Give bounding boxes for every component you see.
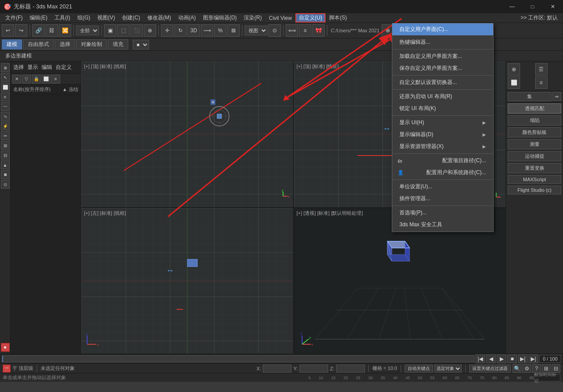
align-btn[interactable]: ⊠	[227, 24, 240, 37]
mirror-btn[interactable]: ⟺	[286, 24, 298, 37]
menu-item-plugin-manager[interactable]: 插件管理器...	[392, 193, 493, 205]
viewport-left[interactable]: [+] [左] [标准] [线框] ↔	[81, 208, 293, 354]
menu-item-config-user-paths[interactable]: 👤配置用户和系统路径(C)...	[392, 167, 493, 179]
mode-fill[interactable]: 填充	[108, 39, 128, 49]
lt-arrow[interactable]: ↖	[1, 73, 10, 82]
pb-goto-start[interactable]: |◀	[475, 354, 485, 363]
rp-io-btn[interactable]: ⇔	[552, 92, 561, 101]
rp-maxscript[interactable]: MAXScript	[508, 175, 561, 184]
window-crossing-btn[interactable]: ⬛	[130, 24, 143, 37]
menu-script[interactable]: 脚本(S)	[326, 13, 350, 23]
coord-system-dropdown[interactable]: 视图	[245, 26, 268, 35]
ptb-lock[interactable]: 🔒	[32, 75, 41, 84]
bind-button[interactable]: 🔀	[59, 24, 71, 37]
move-btn[interactable]: ✛	[161, 24, 173, 37]
viewport-top[interactable]: [+] [顶] [标准] [线框]	[81, 61, 293, 207]
minimize-button[interactable]: —	[502, 0, 522, 13]
rp-reset-transform[interactable]: 重置变换	[508, 163, 561, 173]
select-region-btn[interactable]: ⬚	[117, 24, 130, 37]
pb-goto-end[interactable]: ▶|	[529, 354, 538, 363]
lt-up[interactable]: ▲	[1, 160, 10, 169]
rp-perspective-match[interactable]: 透视匹配	[508, 103, 561, 114]
paint-select-btn[interactable]: ⊕	[144, 24, 156, 37]
menu-item-preferences[interactable]: 首选项(P)...	[392, 207, 493, 219]
menu-item-save-ui[interactable]: 保存自定义用户界面方案...	[392, 62, 493, 74]
menu-file[interactable]: 文件(F)	[2, 13, 26, 23]
lt-curve[interactable]: ∿	[1, 112, 10, 121]
unlink-button[interactable]: ⛓	[46, 24, 58, 37]
settings-button[interactable]: ⚙	[522, 364, 531, 373]
menu-view[interactable]: 视图(V)	[94, 13, 119, 23]
select-filter-dropdown[interactable]: 全部	[76, 26, 99, 35]
select-object-dropdown[interactable]: 选定对象	[434, 365, 462, 373]
menu-animate[interactable]: 动画(A)	[175, 13, 199, 23]
lt-select[interactable]: ⊕	[1, 63, 10, 72]
link-button[interactable]: 🔗	[32, 24, 45, 37]
layer-btn[interactable]: ≡	[299, 24, 311, 37]
scale-btn[interactable]: 3D	[188, 24, 200, 37]
lt-scissors[interactable]: ✂	[1, 131, 10, 140]
lt-list[interactable]: ≡	[1, 92, 10, 101]
rp-motion-capture[interactable]: 运动捕捉	[508, 151, 561, 161]
undo-button[interactable]: ↩	[2, 24, 14, 37]
pivot-btn[interactable]: ⊙	[268, 24, 281, 37]
lt-bolt[interactable]: ⚡	[1, 122, 10, 130]
lt-circle[interactable]: ⊙	[1, 180, 10, 189]
panel-tab-select[interactable]: 选择	[13, 64, 24, 71]
vp-perspective-label[interactable]: [+] [透视] [标准] [默认明暗处理]	[297, 210, 363, 217]
menu-item-lock-ui[interactable]: 锁定 UI 布局(K)	[392, 103, 493, 114]
rp-flight-studio[interactable]: Flight Studio (c)	[508, 186, 561, 194]
z-coord-input[interactable]	[336, 365, 365, 373]
menu-render[interactable]: 渲染(R)	[240, 13, 265, 23]
pb-next-frame[interactable]: ▶|	[518, 354, 528, 363]
pb-play[interactable]: ▶	[497, 354, 506, 363]
maximize-button[interactable]: □	[522, 0, 543, 13]
menu-edit[interactable]: 编辑(E)	[26, 13, 51, 23]
lt-wave[interactable]: 〰	[1, 102, 10, 111]
panel-tab-edit[interactable]: 编辑	[42, 64, 52, 71]
rp-color-clipboard[interactable]: 颜色剪贴板	[508, 127, 561, 137]
mode-paint[interactable]: 对象绘制	[76, 39, 107, 49]
close-button[interactable]: ✕	[543, 0, 563, 13]
menu-modifier[interactable]: 修改器(M)	[144, 13, 175, 23]
menu-item-show-explorer[interactable]: 显示资源管理器(X) ▶	[392, 141, 493, 152]
lt-cross[interactable]: ✖	[1, 170, 10, 179]
vp-top-label[interactable]: [+] [顶] [标准] [线框]	[84, 63, 126, 70]
rp-measure[interactable]: 测量	[508, 139, 561, 149]
menu-customize[interactable]: 自定义(U)	[295, 13, 326, 23]
rp-icon-3[interactable]: ⬜	[508, 76, 520, 89]
ptb-layer[interactable]: ≡	[51, 75, 60, 84]
menu-create[interactable]: 创建(C)	[119, 13, 144, 23]
menu-group[interactable]: 组(G)	[74, 13, 94, 23]
ptb-hier[interactable]: ⬜	[42, 75, 50, 84]
frame-slider[interactable]	[2, 355, 475, 362]
rp-collect-btn[interactable]: 集	[508, 92, 552, 101]
menu-tools[interactable]: 工具(I)	[51, 13, 73, 23]
menu-item-load-ui[interactable]: 加载自定义用户界面方案...	[392, 50, 493, 62]
redo-button[interactable]: ↪	[15, 24, 27, 37]
panel-tab-display[interactable]: 显示	[27, 64, 38, 71]
rp-icon-1[interactable]: ⊕	[508, 63, 520, 76]
menu-civil-view[interactable]: Civil View	[265, 14, 295, 22]
vp-left-label[interactable]: [+] [左] [标准] [线框]	[84, 210, 126, 217]
object-list[interactable]	[11, 95, 81, 354]
mode-modeling[interactable]: 建模	[2, 39, 22, 49]
auto-key-btn[interactable]: 自动关键点	[405, 365, 433, 373]
menu-item-hotkey-editor[interactable]: 热键编辑器...	[392, 36, 493, 48]
mode-select[interactable]: 选择	[55, 39, 75, 49]
menu-item-customize-ui[interactable]: 自定义用户界面(C)...	[392, 23, 493, 35]
percent-btn[interactable]: %	[214, 24, 226, 37]
rp-collapse[interactable]: 塌陷	[508, 115, 561, 126]
pb-stop[interactable]: ■	[507, 354, 517, 363]
lt-grid-minus[interactable]: ⊟	[1, 151, 10, 160]
rp-icon-2[interactable]: ☰	[535, 63, 548, 76]
lt-grid-plus[interactable]: ⊞	[1, 141, 10, 150]
menu-item-revert-ui[interactable]: 还原为启动 UI 布局(R)	[392, 91, 493, 103]
menu-item-default-switcher[interactable]: 自定义默认设置切换器...	[392, 76, 493, 88]
ptb-filter[interactable]: ▽	[22, 75, 31, 84]
squash-btn[interactable]: ⟿	[201, 24, 213, 37]
x-coord-input[interactable]	[263, 365, 291, 373]
menu-item-security[interactable]: 3ds Max 安全工具	[392, 219, 493, 231]
select-btn[interactable]: ▣	[104, 24, 116, 37]
mode-freeform[interactable]: 自由形式	[23, 39, 54, 49]
